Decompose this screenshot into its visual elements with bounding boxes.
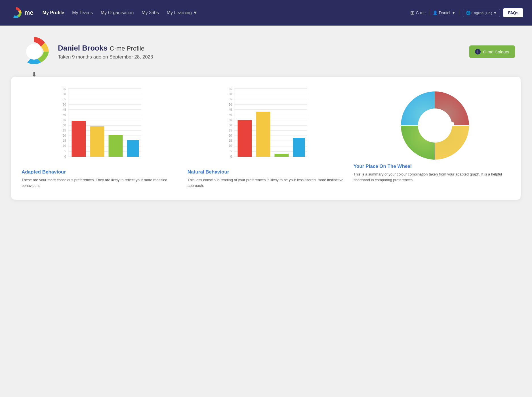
svg-text:20: 20 bbox=[63, 134, 66, 137]
nav-link-my-organisation[interactable]: My Organisation bbox=[101, 10, 134, 15]
svg-text:50: 50 bbox=[229, 103, 232, 106]
svg-text:15: 15 bbox=[229, 139, 232, 142]
svg-text:0: 0 bbox=[230, 155, 232, 158]
svg-text:30: 30 bbox=[63, 124, 66, 127]
adapted-bar-green bbox=[109, 135, 123, 157]
svg-text:15: 15 bbox=[63, 139, 66, 142]
adapted-chart-desc: These are your more conscious preference… bbox=[22, 177, 178, 188]
main-content: ⬇ Daniel Brooks C-me Profile Taken 9 mon… bbox=[0, 26, 532, 397]
logo-text: me bbox=[24, 9, 33, 16]
svg-text:35: 35 bbox=[229, 118, 232, 122]
natural-chart-svg: 0 5 10 15 20 25 30 35 bbox=[188, 86, 344, 165]
info-icon: i bbox=[475, 49, 481, 55]
svg-text:30: 30 bbox=[229, 124, 232, 127]
main-card: 0 5 10 15 20 25 30 35 bbox=[11, 77, 521, 200]
profile-name: Daniel Brooks bbox=[58, 44, 108, 53]
svg-text:5: 5 bbox=[64, 150, 66, 153]
user-nav-item[interactable]: 👤 Daniel ▼ bbox=[433, 11, 456, 15]
nav-link-my-learning[interactable]: My Learning ▼ bbox=[167, 10, 197, 15]
nav-links: My Profile My Teams My Organisation My 3… bbox=[43, 10, 410, 15]
svg-text:0: 0 bbox=[64, 155, 66, 158]
svg-text:65: 65 bbox=[63, 87, 66, 91]
user-icon: 👤 bbox=[433, 11, 438, 15]
wheel-desc: This is a summary of your colour combina… bbox=[354, 172, 510, 183]
download-icon[interactable]: ⬇ bbox=[31, 71, 37, 78]
faqs-button[interactable]: FAQs bbox=[503, 8, 523, 17]
adapted-bar-yellow bbox=[90, 126, 104, 157]
wheel-marker bbox=[450, 122, 454, 126]
adapted-chart-svg: 0 5 10 15 20 25 30 35 bbox=[22, 86, 178, 165]
natural-behaviour-col: 0 5 10 15 20 25 30 35 bbox=[188, 86, 344, 188]
profile-info: Daniel Brooks C-me Profile Taken 9 month… bbox=[58, 44, 462, 60]
nav-divider bbox=[429, 10, 429, 16]
nav-link-my-profile[interactable]: My Profile bbox=[43, 10, 64, 15]
adapted-bar-blue bbox=[127, 140, 139, 157]
svg-text:65: 65 bbox=[229, 87, 232, 91]
svg-text:40: 40 bbox=[229, 113, 232, 116]
globe-icon: 🌐 bbox=[466, 11, 470, 15]
profile-logo-icon bbox=[17, 35, 51, 69]
wheel-col: Your Place On The Wheel This is a summar… bbox=[354, 86, 510, 183]
svg-text:5: 5 bbox=[230, 150, 232, 153]
svg-text:50: 50 bbox=[63, 103, 66, 106]
adapted-behaviour-col: 0 5 10 15 20 25 30 35 bbox=[22, 86, 178, 188]
nav-link-my-teams[interactable]: My Teams bbox=[72, 10, 93, 15]
profile-logo: ⬇ bbox=[17, 35, 51, 69]
profile-date: Taken 9 months ago on September 28, 2023 bbox=[58, 54, 462, 60]
natural-chart-title: Natural Behaviour bbox=[188, 169, 344, 175]
cme-logo-icon bbox=[9, 6, 23, 20]
svg-text:40: 40 bbox=[63, 113, 66, 116]
profile-subtitle-text: C-me Profile bbox=[110, 45, 144, 52]
svg-point-62 bbox=[418, 108, 452, 143]
svg-text:45: 45 bbox=[229, 108, 232, 111]
natural-bar-blue bbox=[293, 138, 305, 157]
svg-text:25: 25 bbox=[229, 129, 232, 132]
cme-nav-item[interactable]: ⊞ C-me bbox=[410, 10, 426, 16]
natural-chart-desc: This less conscious reading of your pref… bbox=[188, 177, 344, 188]
lang-chevron-icon: ▼ bbox=[493, 11, 497, 15]
natural-bar-green bbox=[275, 154, 289, 157]
logo-area[interactable]: me bbox=[9, 6, 33, 20]
navbar: me My Profile My Teams My Organisation M… bbox=[0, 0, 532, 26]
svg-text:60: 60 bbox=[229, 93, 232, 96]
svg-text:55: 55 bbox=[63, 98, 66, 101]
nav-divider-2 bbox=[459, 10, 459, 16]
adapted-bar-red bbox=[72, 121, 86, 157]
natural-chart-container: 0 5 10 15 20 25 30 35 bbox=[188, 86, 344, 165]
wheel-container bbox=[395, 86, 469, 160]
chevron-down-icon: ▼ bbox=[193, 10, 197, 15]
cme-colours-button[interactable]: i C-me Colours bbox=[469, 45, 515, 58]
svg-text:60: 60 bbox=[63, 93, 66, 96]
nav-right: ⊞ C-me 👤 Daniel ▼ 🌐 English (UK) ▼ FAQs bbox=[410, 8, 523, 17]
svg-text:25: 25 bbox=[63, 129, 66, 132]
svg-point-0 bbox=[13, 10, 19, 16]
adapted-chart-container: 0 5 10 15 20 25 30 35 bbox=[22, 86, 178, 165]
adapted-chart-title: Adapted Behaviour bbox=[22, 169, 178, 175]
wheel-svg bbox=[395, 86, 475, 165]
nav-link-my-360s[interactable]: My 360s bbox=[142, 10, 159, 15]
user-chevron-icon: ▼ bbox=[452, 11, 456, 15]
grid-icon: ⊞ bbox=[410, 10, 415, 16]
svg-text:10: 10 bbox=[229, 144, 232, 147]
svg-point-1 bbox=[26, 44, 42, 60]
language-button[interactable]: 🌐 English (UK) ▼ bbox=[463, 9, 500, 17]
charts-row: 0 5 10 15 20 25 30 35 bbox=[22, 86, 510, 188]
svg-text:35: 35 bbox=[63, 118, 66, 122]
profile-name-row: Daniel Brooks C-me Profile bbox=[58, 44, 462, 53]
natural-bar-red bbox=[238, 120, 252, 157]
svg-text:10: 10 bbox=[63, 144, 66, 147]
natural-bar-yellow bbox=[256, 112, 270, 157]
svg-text:55: 55 bbox=[229, 98, 232, 101]
profile-header: ⬇ Daniel Brooks C-me Profile Taken 9 mon… bbox=[11, 35, 521, 69]
svg-text:45: 45 bbox=[63, 108, 66, 111]
svg-text:20: 20 bbox=[229, 134, 232, 137]
